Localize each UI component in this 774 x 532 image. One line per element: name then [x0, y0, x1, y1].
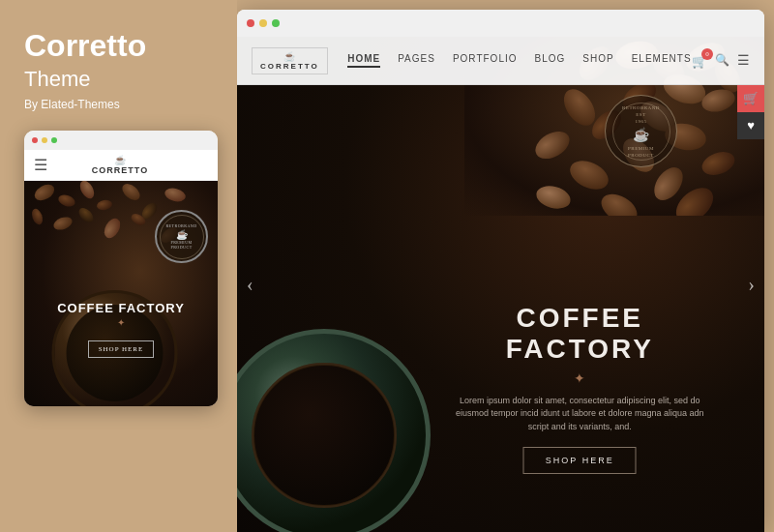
desktop-logo: ☕ CORRETTO	[252, 47, 328, 74]
browser-bar	[237, 10, 764, 37]
desktop-hero: RETROBRANDEST1965 ☕ PREMIUMPRODUCT ‹ › C…	[237, 37, 764, 532]
mobile-dot-yellow	[42, 137, 47, 143]
nav-link-pages[interactable]: PAGES	[398, 53, 435, 68]
desktop-logo-icon: ☕	[283, 51, 295, 62]
menu-icon[interactable]: ☰	[737, 52, 750, 69]
nav-link-shop[interactable]: SHOP	[582, 53, 613, 68]
theme-title: Corretto	[24, 29, 213, 63]
nav-link-portfolio[interactable]: PORTFOLIO	[453, 53, 518, 68]
mobile-mockup: ☰ ☕ CORRETTO	[24, 131, 218, 406]
search-icon[interactable]: 🔍	[715, 53, 729, 68]
desktop-nav-links: HOME PAGES PORTFOLIO BLOG SHOP ELEMENTS	[347, 53, 692, 68]
browser-dot-yellow[interactable]	[259, 19, 267, 27]
browser-dot-green[interactable]	[272, 19, 280, 27]
mobile-divider: ✦	[24, 317, 218, 328]
mobile-badge: RETROBRAND ☕ PREMIUMPRODUCT	[155, 210, 208, 263]
mobile-hero: RETROBRAND ☕ PREMIUMPRODUCT COFFEE FACTO…	[24, 181, 218, 406]
mobile-logo-icon: ☕	[114, 155, 126, 165]
browser-dot-red[interactable]	[247, 19, 254, 27]
sidebar-wishlist-button[interactable]: ♥	[737, 112, 764, 139]
desktop-site: ☕ CORRETTO HOME PAGES PORTFOLIO BLOG SHO…	[237, 37, 764, 532]
desktop-nav-icons: 🛒 0 🔍 ☰	[692, 52, 750, 70]
hero-badge-inner: RETROBRANDEST1965 ☕ PREMIUMPRODUCT	[612, 103, 670, 161]
hero-content: COFFEE FACTORY ✦ Lorem ipsum dolor sit a…	[448, 303, 712, 475]
hero-badge-icon: ☕	[633, 127, 649, 143]
nav-link-elements[interactable]: ELEMENTS	[632, 53, 692, 68]
hero-description: Lorem ipsum dolor sit amet, consectetur …	[448, 395, 712, 434]
mobile-dots-bar	[24, 131, 218, 150]
cart-badge: 0	[701, 48, 713, 60]
desktop-browser: ☕ CORRETTO HOME PAGES PORTFOLIO BLOG SHO…	[237, 10, 764, 532]
hero-arrow-right[interactable]: ›	[748, 274, 755, 296]
left-panel: Corretto Theme By Elated-Themes ☰ ☕ CORR…	[0, 0, 237, 532]
desktop-nav: ☕ CORRETTO HOME PAGES PORTFOLIO BLOG SHO…	[237, 37, 764, 85]
mobile-hero-content: COFFEE FACTORY ✦ SHOP HERE	[24, 301, 218, 358]
mobile-logo-text: CORRETTO	[92, 165, 148, 175]
theme-by: By Elated-Themes	[24, 98, 213, 111]
mobile-badge-icon: ☕	[176, 229, 188, 240]
mobile-logo: ☕ CORRETTO	[92, 155, 148, 175]
hero-ornament: ✦	[448, 370, 712, 387]
hero-badge: RETROBRANDEST1965 ☕ PREMIUMPRODUCT	[605, 95, 677, 167]
mobile-shop-button[interactable]: SHOP HERE	[88, 340, 155, 358]
desktop-coffee-cup	[237, 232, 450, 532]
mobile-badge-bottom-text: PREMIUMPRODUCT	[170, 240, 192, 250]
theme-subtitle: Theme	[24, 67, 213, 92]
desktop-logo-text: CORRETTO	[260, 62, 319, 71]
mobile-dot-red	[32, 137, 38, 143]
mobile-hero-title: COFFEE FACTORY	[24, 301, 218, 315]
hero-title: COFFEE FACTORY	[448, 303, 712, 365]
hero-arrow-left[interactable]: ‹	[247, 274, 253, 296]
nav-link-blog[interactable]: BLOG	[535, 53, 566, 68]
hero-shop-button[interactable]: SHOP HERE	[523, 447, 637, 474]
cart-container[interactable]: 🛒 0	[692, 52, 707, 70]
hero-badge-bottom-text: PREMIUMPRODUCT	[628, 145, 654, 159]
mobile-hamburger-icon[interactable]: ☰	[34, 156, 47, 174]
hero-badge-top-text: RETROBRANDEST1965	[622, 104, 660, 125]
sidebar-cart-button[interactable]: 🛒	[737, 85, 764, 112]
mobile-nav: ☰ ☕ CORRETTO	[24, 150, 218, 181]
desktop-sidebar-icons: 🛒 ♥	[737, 85, 764, 139]
nav-link-home[interactable]: HOME	[347, 53, 380, 68]
mobile-dot-green	[51, 137, 57, 143]
